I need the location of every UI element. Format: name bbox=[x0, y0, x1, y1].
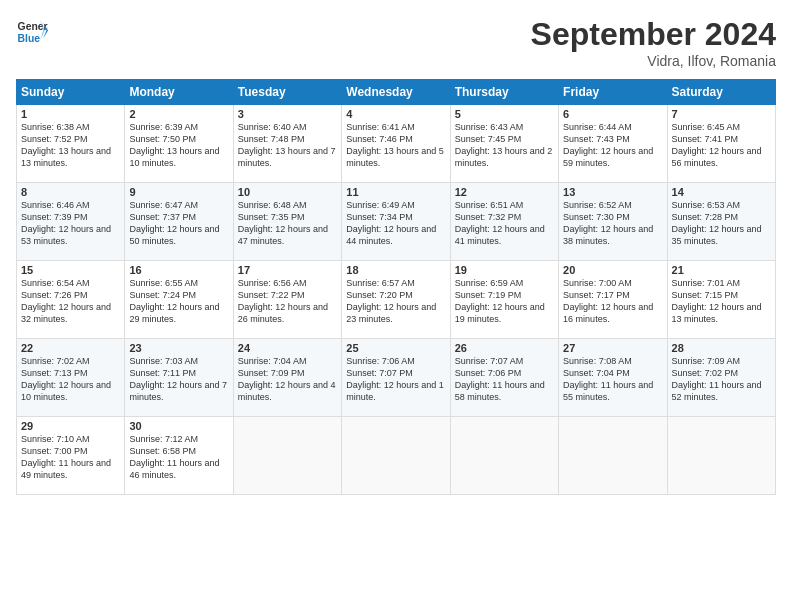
calendar-cell: 11Sunrise: 6:49 AMSunset: 7:34 PMDayligh… bbox=[342, 183, 450, 261]
logo-icon: General Blue bbox=[16, 16, 48, 48]
day-info: Sunrise: 6:57 AMSunset: 7:20 PMDaylight:… bbox=[346, 277, 445, 326]
col-saturday: Saturday bbox=[667, 80, 775, 105]
day-number: 23 bbox=[129, 342, 228, 354]
day-number: 19 bbox=[455, 264, 554, 276]
day-info: Sunrise: 6:38 AMSunset: 7:52 PMDaylight:… bbox=[21, 121, 120, 170]
day-info: Sunrise: 6:47 AMSunset: 7:37 PMDaylight:… bbox=[129, 199, 228, 248]
calendar-week-row: 1Sunrise: 6:38 AMSunset: 7:52 PMDaylight… bbox=[17, 105, 776, 183]
logo: General Blue bbox=[16, 16, 48, 48]
day-info: Sunrise: 7:01 AMSunset: 7:15 PMDaylight:… bbox=[672, 277, 771, 326]
calendar-cell: 4Sunrise: 6:41 AMSunset: 7:46 PMDaylight… bbox=[342, 105, 450, 183]
day-info: Sunrise: 6:53 AMSunset: 7:28 PMDaylight:… bbox=[672, 199, 771, 248]
day-info: Sunrise: 6:55 AMSunset: 7:24 PMDaylight:… bbox=[129, 277, 228, 326]
calendar-week-row: 22Sunrise: 7:02 AMSunset: 7:13 PMDayligh… bbox=[17, 339, 776, 417]
day-info: Sunrise: 6:39 AMSunset: 7:50 PMDaylight:… bbox=[129, 121, 228, 170]
calendar-cell: 17Sunrise: 6:56 AMSunset: 7:22 PMDayligh… bbox=[233, 261, 341, 339]
day-info: Sunrise: 6:45 AMSunset: 7:41 PMDaylight:… bbox=[672, 121, 771, 170]
calendar-cell: 15Sunrise: 6:54 AMSunset: 7:26 PMDayligh… bbox=[17, 261, 125, 339]
day-number: 12 bbox=[455, 186, 554, 198]
month-year: September 2024 bbox=[531, 16, 776, 53]
location: Vidra, Ilfov, Romania bbox=[531, 53, 776, 69]
calendar-cell: 27Sunrise: 7:08 AMSunset: 7:04 PMDayligh… bbox=[559, 339, 667, 417]
col-monday: Monday bbox=[125, 80, 233, 105]
calendar-week-row: 29Sunrise: 7:10 AMSunset: 7:00 PMDayligh… bbox=[17, 417, 776, 495]
day-info: Sunrise: 7:00 AMSunset: 7:17 PMDaylight:… bbox=[563, 277, 662, 326]
day-info: Sunrise: 7:03 AMSunset: 7:11 PMDaylight:… bbox=[129, 355, 228, 404]
day-number: 10 bbox=[238, 186, 337, 198]
svg-text:Blue: Blue bbox=[18, 33, 41, 44]
calendar-cell: 5Sunrise: 6:43 AMSunset: 7:45 PMDaylight… bbox=[450, 105, 558, 183]
calendar-cell bbox=[233, 417, 341, 495]
day-info: Sunrise: 6:46 AMSunset: 7:39 PMDaylight:… bbox=[21, 199, 120, 248]
day-number: 21 bbox=[672, 264, 771, 276]
day-number: 26 bbox=[455, 342, 554, 354]
day-number: 17 bbox=[238, 264, 337, 276]
calendar-cell bbox=[342, 417, 450, 495]
day-number: 2 bbox=[129, 108, 228, 120]
day-info: Sunrise: 7:06 AMSunset: 7:07 PMDaylight:… bbox=[346, 355, 445, 404]
calendar-cell: 23Sunrise: 7:03 AMSunset: 7:11 PMDayligh… bbox=[125, 339, 233, 417]
day-info: Sunrise: 7:10 AMSunset: 7:00 PMDaylight:… bbox=[21, 433, 120, 482]
calendar-cell: 16Sunrise: 6:55 AMSunset: 7:24 PMDayligh… bbox=[125, 261, 233, 339]
day-info: Sunrise: 6:54 AMSunset: 7:26 PMDaylight:… bbox=[21, 277, 120, 326]
day-number: 15 bbox=[21, 264, 120, 276]
day-info: Sunrise: 6:52 AMSunset: 7:30 PMDaylight:… bbox=[563, 199, 662, 248]
day-info: Sunrise: 7:02 AMSunset: 7:13 PMDaylight:… bbox=[21, 355, 120, 404]
calendar-cell: 12Sunrise: 6:51 AMSunset: 7:32 PMDayligh… bbox=[450, 183, 558, 261]
day-info: Sunrise: 7:04 AMSunset: 7:09 PMDaylight:… bbox=[238, 355, 337, 404]
day-number: 7 bbox=[672, 108, 771, 120]
day-number: 4 bbox=[346, 108, 445, 120]
col-thursday: Thursday bbox=[450, 80, 558, 105]
calendar-cell: 19Sunrise: 6:59 AMSunset: 7:19 PMDayligh… bbox=[450, 261, 558, 339]
calendar-cell: 10Sunrise: 6:48 AMSunset: 7:35 PMDayligh… bbox=[233, 183, 341, 261]
day-number: 22 bbox=[21, 342, 120, 354]
day-info: Sunrise: 7:07 AMSunset: 7:06 PMDaylight:… bbox=[455, 355, 554, 404]
calendar-table: Sunday Monday Tuesday Wednesday Thursday… bbox=[16, 79, 776, 495]
day-number: 8 bbox=[21, 186, 120, 198]
day-info: Sunrise: 6:49 AMSunset: 7:34 PMDaylight:… bbox=[346, 199, 445, 248]
day-number: 28 bbox=[672, 342, 771, 354]
calendar-cell: 22Sunrise: 7:02 AMSunset: 7:13 PMDayligh… bbox=[17, 339, 125, 417]
calendar-cell: 29Sunrise: 7:10 AMSunset: 7:00 PMDayligh… bbox=[17, 417, 125, 495]
calendar-cell: 28Sunrise: 7:09 AMSunset: 7:02 PMDayligh… bbox=[667, 339, 775, 417]
day-number: 16 bbox=[129, 264, 228, 276]
calendar-cell bbox=[450, 417, 558, 495]
day-info: Sunrise: 6:51 AMSunset: 7:32 PMDaylight:… bbox=[455, 199, 554, 248]
day-info: Sunrise: 6:56 AMSunset: 7:22 PMDaylight:… bbox=[238, 277, 337, 326]
calendar-cell: 18Sunrise: 6:57 AMSunset: 7:20 PMDayligh… bbox=[342, 261, 450, 339]
day-number: 27 bbox=[563, 342, 662, 354]
calendar-cell: 14Sunrise: 6:53 AMSunset: 7:28 PMDayligh… bbox=[667, 183, 775, 261]
day-number: 1 bbox=[21, 108, 120, 120]
day-info: Sunrise: 7:12 AMSunset: 6:58 PMDaylight:… bbox=[129, 433, 228, 482]
calendar-cell: 8Sunrise: 6:46 AMSunset: 7:39 PMDaylight… bbox=[17, 183, 125, 261]
day-number: 25 bbox=[346, 342, 445, 354]
day-number: 14 bbox=[672, 186, 771, 198]
calendar-week-row: 15Sunrise: 6:54 AMSunset: 7:26 PMDayligh… bbox=[17, 261, 776, 339]
day-info: Sunrise: 6:40 AMSunset: 7:48 PMDaylight:… bbox=[238, 121, 337, 170]
calendar-cell: 25Sunrise: 7:06 AMSunset: 7:07 PMDayligh… bbox=[342, 339, 450, 417]
calendar-header-row: Sunday Monday Tuesday Wednesday Thursday… bbox=[17, 80, 776, 105]
day-number: 24 bbox=[238, 342, 337, 354]
day-number: 11 bbox=[346, 186, 445, 198]
day-info: Sunrise: 6:59 AMSunset: 7:19 PMDaylight:… bbox=[455, 277, 554, 326]
day-info: Sunrise: 6:43 AMSunset: 7:45 PMDaylight:… bbox=[455, 121, 554, 170]
calendar-cell bbox=[559, 417, 667, 495]
calendar-cell: 7Sunrise: 6:45 AMSunset: 7:41 PMDaylight… bbox=[667, 105, 775, 183]
col-friday: Friday bbox=[559, 80, 667, 105]
day-number: 6 bbox=[563, 108, 662, 120]
day-number: 30 bbox=[129, 420, 228, 432]
calendar-cell: 30Sunrise: 7:12 AMSunset: 6:58 PMDayligh… bbox=[125, 417, 233, 495]
col-tuesday: Tuesday bbox=[233, 80, 341, 105]
calendar-cell bbox=[667, 417, 775, 495]
day-number: 5 bbox=[455, 108, 554, 120]
day-info: Sunrise: 6:48 AMSunset: 7:35 PMDaylight:… bbox=[238, 199, 337, 248]
main-container: General Blue September 2024 Vidra, Ilfov… bbox=[0, 0, 792, 612]
col-wednesday: Wednesday bbox=[342, 80, 450, 105]
day-number: 29 bbox=[21, 420, 120, 432]
day-number: 3 bbox=[238, 108, 337, 120]
calendar-cell: 6Sunrise: 6:44 AMSunset: 7:43 PMDaylight… bbox=[559, 105, 667, 183]
day-info: Sunrise: 6:44 AMSunset: 7:43 PMDaylight:… bbox=[563, 121, 662, 170]
calendar-cell: 26Sunrise: 7:07 AMSunset: 7:06 PMDayligh… bbox=[450, 339, 558, 417]
day-number: 13 bbox=[563, 186, 662, 198]
calendar-cell: 2Sunrise: 6:39 AMSunset: 7:50 PMDaylight… bbox=[125, 105, 233, 183]
